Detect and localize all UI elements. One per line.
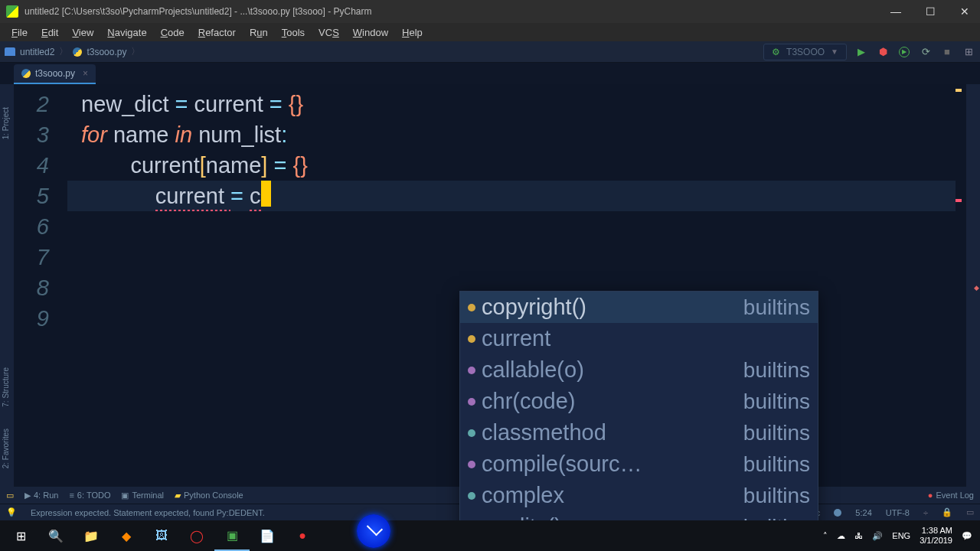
menu-tools[interactable]: Tools	[275, 24, 312, 41]
menu-navigate[interactable]: Navigate	[100, 24, 153, 41]
menu-vcs[interactable]: VCS	[312, 24, 346, 41]
close-tab-icon[interactable]: ×	[83, 68, 88, 79]
run-button[interactable]: ▶	[854, 45, 868, 59]
completion-item[interactable]: complexbuiltins	[460, 480, 818, 511]
taskbar-app2[interactable]: 🖼	[144, 520, 179, 551]
completion-item[interactable]: callable(o)builtins	[460, 354, 818, 386]
completion-item[interactable]: copyright()builtins	[460, 292, 818, 323]
code-area[interactable]: new_dict = current = {} for name in num_…	[67, 84, 956, 487]
tool-terminal[interactable]: ▣ Terminal	[121, 491, 164, 500]
system-tray[interactable]: ˄ ☁ 🖧 🔊 ENG 1:38 AM3/1/2019 💬	[823, 526, 977, 546]
menu-edit[interactable]: Edit	[34, 24, 65, 41]
run-config-name: T3SOOO	[786, 47, 825, 57]
menu-window[interactable]: Window	[346, 24, 395, 41]
taskbar-opera[interactable]: ◯	[179, 520, 214, 551]
taskbar-record[interactable]: ●	[285, 520, 320, 551]
taskbar-explorer[interactable]: 📁	[74, 520, 109, 551]
tray-lang[interactable]: ENG	[892, 531, 910, 540]
side-tool-project[interactable]: 1: Project	[2, 107, 10, 139]
completion-item[interactable]: compile(sourc…builtins	[460, 448, 818, 480]
editor-tab-bar: t3sooo.py ×	[0, 63, 980, 84]
menu-file[interactable]: File	[5, 24, 34, 41]
taskbar-search[interactable]: 🔍	[38, 520, 74, 551]
text-caret	[261, 181, 271, 207]
title-bar: untitled2 [C:\Users\t3so\PycharmProjects…	[0, 0, 980, 23]
completion-item[interactable]: chr(code)builtins	[460, 386, 818, 417]
menu-run[interactable]: Run	[243, 24, 275, 41]
right-tool-strip[interactable]: ◆	[966, 84, 980, 487]
lock-icon[interactable]: 🔒	[942, 507, 952, 517]
search-everywhere-button[interactable]: ⊞	[962, 45, 975, 59]
taskbar-sublime[interactable]: ◆	[109, 520, 144, 551]
breadcrumb-file[interactable]: t3sooo.py	[87, 47, 126, 57]
folder-icon	[5, 47, 15, 56]
close-button[interactable]: ✕	[956, 4, 974, 19]
editor-tab[interactable]: t3sooo.py ×	[14, 64, 96, 84]
line-gutter: 23456789	[14, 84, 67, 487]
tool-run[interactable]: ▶ 4: Run	[24, 491, 58, 500]
tray-network-icon[interactable]: 🖧	[854, 531, 863, 540]
tray-notifications-icon[interactable]: 💬	[962, 531, 972, 541]
gear-icon: ⚙	[772, 47, 780, 57]
sciview-tool[interactable]: ◆	[972, 284, 980, 292]
left-tool-strip[interactable]	[0, 84, 14, 487]
completion-popup[interactable]: copyright()builtins current callable(o)b…	[459, 291, 818, 551]
windows-taskbar: ⊞ 🔍 📁 ◆ 🖼 ◯ ▣ 📄 ● ˄ ☁ 🖧 🔊 ENG 1:38 AM3/1…	[0, 520, 980, 551]
maximize-button[interactable]: ☐	[921, 4, 940, 19]
minimize-button[interactable]: —	[886, 4, 906, 19]
navigation-bar: untitled2 〉 t3sooo.py 〉 ⚙ T3SOOO ▼ ▶ ⬢ ▶…	[0, 41, 980, 63]
lightbulb-icon[interactable]: 💡	[6, 507, 17, 517]
run-config-selector[interactable]: ⚙ T3SOOO ▼	[763, 44, 847, 60]
error-stripe[interactable]	[956, 84, 966, 487]
tab-label: t3sooo.py	[35, 68, 75, 79]
tray-up-icon[interactable]: ˄	[823, 531, 828, 541]
stop-button[interactable]: ■	[940, 45, 954, 59]
editor: 23456789 new_dict = current = {} for nam…	[0, 84, 980, 487]
chevron-right-icon: 〉	[59, 45, 68, 58]
tray-clock[interactable]: 1:38 AM3/1/2019	[920, 526, 952, 546]
cursor-highlight	[357, 514, 390, 548]
tray-cloud-icon[interactable]: ☁	[837, 531, 845, 541]
chevron-down-icon: ▼	[831, 47, 838, 56]
menu-refactor[interactable]: Refactor	[191, 24, 243, 41]
chevron-right-icon: 〉	[131, 45, 140, 58]
coverage-button[interactable]: ▶	[897, 45, 911, 59]
tool-eventlog[interactable]: ● Event Log	[928, 491, 974, 500]
theme-dot-icon	[834, 509, 841, 517]
debug-button[interactable]: ⬢	[876, 45, 890, 59]
status-caret-pos[interactable]: 5:24	[855, 508, 871, 517]
menu-bar: File Edit View Navigate Code Refactor Ru…	[0, 23, 980, 41]
python-file-icon	[73, 47, 82, 57]
profile-button[interactable]: ⟳	[919, 45, 933, 59]
status-message: Expression expected. Statement expected,…	[31, 508, 265, 517]
taskbar-pycharm[interactable]: ▣	[214, 520, 250, 551]
python-file-icon	[21, 69, 31, 78]
breadcrumb-project[interactable]: untitled2	[20, 47, 54, 57]
completion-item[interactable]: classmethodbuiltins	[460, 417, 818, 448]
start-button[interactable]: ⊞	[3, 520, 38, 551]
menu-help[interactable]: Help	[395, 24, 430, 41]
taskbar-notepad[interactable]: 📄	[250, 520, 285, 551]
collapse-icon[interactable]: ▭	[6, 491, 14, 500]
completion-item[interactable]: current	[460, 323, 818, 354]
tool-pyconsole[interactable]: ▰ Python Console	[175, 491, 243, 500]
side-tool-favorites[interactable]: 2: Favorites	[2, 429, 10, 468]
status-encoding[interactable]: UTF-8	[886, 508, 910, 517]
tool-todo[interactable]: ≡ 6: TODO	[69, 491, 110, 500]
window-title: untitled2 [C:\Users\t3so\PycharmProjects…	[24, 6, 886, 17]
side-tool-structure[interactable]: 7: Structure	[2, 367, 10, 407]
menu-view[interactable]: View	[65, 24, 100, 41]
pycharm-icon	[6, 5, 18, 18]
tray-volume-icon[interactable]: 🔊	[872, 531, 883, 541]
menu-code[interactable]: Code	[154, 24, 191, 41]
